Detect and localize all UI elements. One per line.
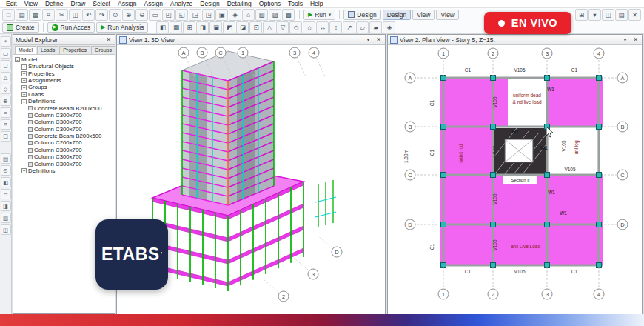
- toolbar-icon[interactable]: ↶: [82, 9, 95, 21]
- tree-item[interactable]: Column C300x700: [13, 112, 115, 119]
- toolbar-icon[interactable]: ⊡: [249, 21, 262, 33]
- toolbar-icon[interactable]: ▰: [369, 21, 382, 33]
- toolbar-icon[interactable]: □: [2, 9, 15, 21]
- tree-item[interactable]: +Definitions: [13, 167, 115, 174]
- tab-loads[interactable]: Loads: [37, 46, 58, 54]
- view-button[interactable]: View: [412, 10, 435, 20]
- tree-item[interactable]: Column C300x700: [13, 119, 115, 126]
- side-tool-icon[interactable]: ◻: [1, 60, 11, 70]
- design-button[interactable]: Design: [343, 10, 380, 20]
- design-toggle-button[interactable]: Design: [383, 10, 411, 20]
- side-tool-icon[interactable]: ⊕: [1, 96, 11, 106]
- toolbar-icon[interactable]: ⊞: [183, 21, 195, 33]
- toolbar-icon[interactable]: ↔: [316, 21, 329, 33]
- toolbar-icon[interactable]: ▩: [282, 9, 295, 21]
- expand-icon[interactable]: +: [21, 168, 27, 173]
- side-tool-icon[interactable]: ⌗: [1, 119, 11, 130]
- tree-item[interactable]: +Groups: [13, 84, 115, 91]
- side-tool-icon[interactable]: ◇: [1, 84, 11, 94]
- toolbar-icon[interactable]: ◩: [223, 21, 235, 33]
- menu-item-tools[interactable]: Tools: [288, 1, 303, 7]
- tree-item[interactable]: +Assignments: [13, 77, 115, 84]
- toolbar-icon[interactable]: ▨: [269, 9, 281, 21]
- menu-item-draw[interactable]: Draw: [71, 1, 86, 7]
- expand-icon[interactable]: +: [21, 92, 27, 97]
- side-tool-icon[interactable]: ◨: [1, 201, 11, 211]
- toolbar-icon[interactable]: ↕: [329, 21, 342, 33]
- menu-item-assign[interactable]: Assign: [144, 1, 164, 7]
- toolbar-icon[interactable]: ▦: [29, 9, 41, 21]
- slab-panel[interactable]: [440, 127, 493, 175]
- column-marker[interactable]: [491, 124, 496, 130]
- expand-icon[interactable]: +: [21, 71, 27, 76]
- expand-icon[interactable]: +: [21, 78, 27, 83]
- tree-item[interactable]: -Model: [13, 56, 115, 63]
- tree-item[interactable]: Column C300x700: [13, 161, 115, 167]
- column-marker[interactable]: [597, 222, 602, 227]
- column-marker[interactable]: [441, 173, 446, 178]
- close-icon[interactable]: ✕: [631, 37, 640, 43]
- toolbar-icon[interactable]: ▭: [149, 9, 161, 21]
- column-marker[interactable]: [491, 222, 496, 227]
- toolbar-icon[interactable]: ⊖: [135, 9, 148, 21]
- menu-item-select[interactable]: Select: [93, 1, 110, 7]
- column-marker[interactable]: [441, 222, 446, 227]
- create-button[interactable]: Create: [2, 22, 39, 33]
- close-icon[interactable]: ✕: [104, 37, 113, 43]
- side-tool-icon[interactable]: ▭: [1, 48, 11, 59]
- toolbar-icon[interactable]: ▾: [588, 9, 601, 21]
- column-marker[interactable]: [597, 173, 602, 178]
- tree-item[interactable]: Column C300x700: [13, 153, 115, 160]
- toolbar-icon[interactable]: ▣: [209, 21, 222, 33]
- side-tool-icon[interactable]: △: [1, 72, 11, 82]
- slab-panel[interactable]: [440, 78, 493, 127]
- toolbar-icon[interactable]: △: [263, 21, 275, 33]
- tree-item[interactable]: Column C200x700: [13, 140, 115, 147]
- side-tool-icon[interactable]: ◫: [1, 224, 11, 235]
- side-tool-icon[interactable]: ◧: [1, 177, 11, 187]
- minimize-icon[interactable]: ▾: [364, 37, 372, 43]
- tree-item[interactable]: Concrete Beam B200x500: [13, 105, 115, 112]
- menu-item-options[interactable]: Options: [259, 1, 281, 7]
- model-explorer-titlebar[interactable]: Model Explorer ✕: [13, 35, 115, 45]
- toolbar-icon[interactable]: ◲: [189, 9, 201, 21]
- toolbar-icon[interactable]: ⌂: [303, 21, 315, 33]
- menu-item-design[interactable]: Design: [200, 1, 219, 7]
- toolbar-icon[interactable]: ◰: [162, 9, 175, 21]
- toolbar-icon[interactable]: ◈: [383, 21, 395, 33]
- toolbar-icon[interactable]: ⌂: [242, 9, 255, 21]
- toolbar-icon[interactable]: ◪: [236, 21, 249, 33]
- column-marker[interactable]: [545, 173, 550, 178]
- toolbar-icon[interactable]: ✕: [628, 9, 641, 21]
- menu-item-edit[interactable]: Edit: [6, 1, 17, 7]
- minimize-icon[interactable]: ▾: [621, 37, 629, 43]
- toolbar-icon[interactable]: ◨: [196, 21, 209, 33]
- expand-icon[interactable]: +: [21, 85, 27, 90]
- column-marker[interactable]: [491, 173, 496, 178]
- tree-item[interactable]: +Properties: [13, 70, 115, 77]
- toolbar-icon[interactable]: ▤: [16, 9, 28, 21]
- plan-view-canvas[interactable]: 11223344AABBCCDDC1V105C1C1C1C1uniform de…: [388, 45, 642, 314]
- toolbar-icon[interactable]: ⌗: [42, 9, 55, 21]
- column-marker[interactable]: [441, 124, 446, 130]
- side-tool-icon[interactable]: ▥: [1, 213, 11, 223]
- toolbar-icon[interactable]: ◳: [202, 9, 215, 21]
- toolbar-icon[interactable]: ▧: [255, 9, 268, 21]
- side-tool-icon[interactable]: ⊙: [1, 165, 11, 176]
- side-tool-icon[interactable]: ☐: [1, 131, 11, 142]
- tree-item[interactable]: -Definitions: [13, 98, 115, 104]
- run-analysis-button[interactable]: ▶ Run Analysis: [96, 22, 148, 33]
- expand-icon[interactable]: +: [21, 64, 27, 70]
- tree-item[interactable]: +Loads: [13, 91, 115, 98]
- column-marker[interactable]: [545, 222, 550, 227]
- menu-item-define[interactable]: Define: [45, 1, 64, 7]
- tab-properties[interactable]: Properties: [59, 46, 90, 54]
- side-tool-icon[interactable]: ▤: [1, 153, 11, 164]
- toolbar-icon[interactable]: ▤: [615, 9, 628, 21]
- view2-titlebar[interactable]: View 2: Plan View - Story 5, Z=15. ▾ ✕: [388, 35, 642, 45]
- close-icon[interactable]: ✕: [375, 37, 383, 43]
- toolbar-icon[interactable]: ◈: [229, 9, 241, 21]
- toolbar-icon[interactable]: ⊙: [109, 9, 121, 21]
- toolbar-icon[interactable]: ◱: [175, 9, 188, 21]
- slab-panel[interactable]: [547, 78, 603, 127]
